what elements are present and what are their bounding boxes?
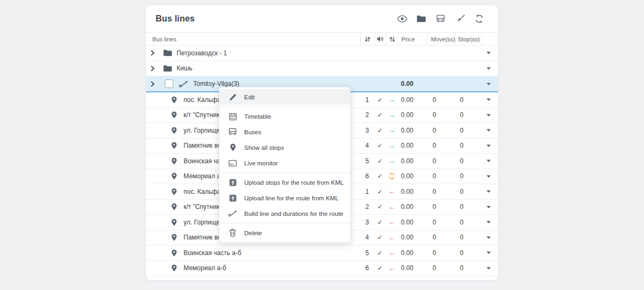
stop-row[interactable]: Воинская часть а-б 5 0.00 0 0 <box>146 245 498 261</box>
menu-item-upload-stops[interactable]: Upload stops for the route from KML <box>219 175 350 190</box>
map-pin-icon <box>171 188 177 195</box>
context-menu: Edit Timetable Buses Show all stops Live… <box>219 87 350 243</box>
row-caret-icon[interactable] <box>481 108 498 123</box>
stop-price: 0.00 <box>398 139 427 154</box>
row-caret-icon[interactable] <box>481 123 498 138</box>
stop-move: 0 <box>427 230 455 245</box>
row-caret-icon[interactable] <box>481 184 498 199</box>
row-caret-icon[interactable] <box>481 61 498 76</box>
row-caret-icon[interactable] <box>481 169 498 184</box>
upload-icon <box>228 194 237 202</box>
stop-stop: 0 <box>455 108 481 123</box>
row-caret-icon[interactable] <box>481 200 498 215</box>
direction-icon <box>386 139 398 154</box>
chevron-right-icon[interactable] <box>150 66 155 71</box>
bus-icon[interactable] <box>435 13 447 24</box>
folder-name: Петрозаводск - 1 <box>177 49 227 57</box>
folder-row[interactable]: Кишь <box>146 61 498 77</box>
menu-item-upload-line[interactable]: Upload line for the route from KML <box>219 190 350 206</box>
row-caret-icon[interactable] <box>481 139 498 154</box>
menu-item-buses[interactable]: Buses <box>219 124 350 140</box>
pencil-icon <box>228 93 237 101</box>
column-bus-lines: Bus lines <box>146 33 360 45</box>
row-caret-icon[interactable] <box>481 76 498 91</box>
direction-icon <box>386 154 398 169</box>
stop-row[interactable]: Мемориал а-б 6 0.00 0 0 <box>146 261 498 277</box>
check-icon <box>374 92 386 107</box>
stop-stop: 0 <box>455 200 481 215</box>
chevron-right-icon[interactable] <box>150 50 155 56</box>
back-arrow-icon <box>389 249 396 256</box>
row-caret-icon[interactable] <box>481 215 498 230</box>
map-pin-icon <box>171 142 177 149</box>
row-caret-icon[interactable] <box>481 154 498 169</box>
stop-stop: 0 <box>455 139 481 154</box>
direction-icon <box>386 200 398 215</box>
stop-name: пос. Кальфа <box>184 96 221 104</box>
menu-item-show-all-stops[interactable]: Show all stops <box>219 140 350 155</box>
folder-row[interactable]: Петрозаводск - 1 <box>146 46 498 61</box>
stop-order: 5 <box>360 154 374 169</box>
visibility-icon[interactable] <box>396 13 408 24</box>
stop-move: 0 <box>427 215 455 230</box>
calendar-icon <box>228 113 237 120</box>
stop-name: Памятник во <box>184 234 221 241</box>
chevron-right-icon[interactable] <box>150 81 155 87</box>
menu-item-build-line[interactable]: Build line and durations for the route <box>219 206 350 221</box>
check-icon <box>374 230 386 245</box>
row-caret-icon[interactable] <box>481 245 498 260</box>
table-header: Bus lines Price Move(ss) Stop(ss) <box>146 32 498 46</box>
stop-price: 0.00 <box>398 230 427 245</box>
menu-item-live-monitor[interactable]: Live monitor <box>219 155 350 171</box>
stop-order: 1 <box>360 184 374 199</box>
menu-divider <box>219 172 350 173</box>
speaker-icon[interactable] <box>374 33 386 45</box>
forward-arrow-icon <box>389 142 396 149</box>
stop-name: к/т "Спутник <box>184 111 219 119</box>
back-arrow-icon <box>389 204 396 211</box>
repeat-icon[interactable] <box>386 33 398 45</box>
row-caret-icon[interactable] <box>481 92 498 107</box>
forward-arrow-icon <box>389 96 396 103</box>
stop-order: 3 <box>360 123 374 138</box>
row-caret-icon[interactable] <box>481 46 498 61</box>
route-checkbox[interactable] <box>165 79 173 88</box>
refresh-icon[interactable] <box>473 13 485 24</box>
route-icon <box>179 81 188 88</box>
stop-name: пос. Кальфа <box>184 188 221 195</box>
stop-order: 6 <box>360 169 374 184</box>
stop-move: 0 <box>427 123 455 138</box>
check-icon <box>374 200 386 215</box>
menu-item-delete[interactable]: Delete <box>219 225 350 241</box>
forward-arrow-icon <box>389 127 396 134</box>
back-arrow-icon <box>389 188 396 195</box>
direction-icon <box>386 215 398 230</box>
menu-divider <box>219 223 350 223</box>
sort-icon[interactable] <box>360 33 374 45</box>
menu-item-timetable[interactable]: Timetable <box>219 108 350 124</box>
folder-icon[interactable] <box>415 13 427 24</box>
stop-order: 3 <box>360 215 374 230</box>
map-pin-icon <box>171 264 177 272</box>
stop-stop: 0 <box>455 123 481 138</box>
stop-order: 2 <box>360 108 374 123</box>
stop-name: Воинская ча <box>184 157 221 165</box>
stop-stop: 0 <box>455 184 481 199</box>
stop-stop: 0 <box>455 92 481 107</box>
back-arrow-icon <box>389 234 396 241</box>
column-move: Move(ss) <box>427 33 455 45</box>
stop-name: Памятник во <box>184 142 221 149</box>
menu-divider <box>219 106 350 107</box>
stop-name: Мемориал а <box>184 172 221 180</box>
row-caret-icon[interactable] <box>481 230 498 245</box>
stop-order: 4 <box>360 230 374 245</box>
check-icon <box>374 108 386 123</box>
menu-item-edit[interactable]: Edit <box>219 89 350 105</box>
check-icon <box>374 123 386 138</box>
brush-icon[interactable] <box>454 13 466 24</box>
route-name: Tomitsy-Vilga(3) <box>193 80 239 88</box>
map-pin-icon <box>171 157 177 165</box>
check-icon <box>374 169 386 184</box>
folder-name: Кишь <box>177 64 193 72</box>
row-caret-icon[interactable] <box>481 261 498 276</box>
